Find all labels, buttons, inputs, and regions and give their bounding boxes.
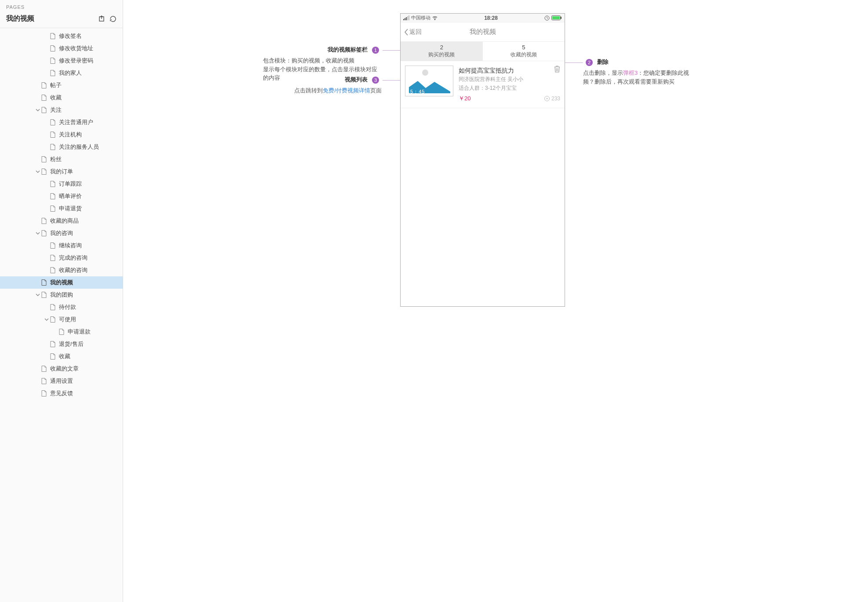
back-label: 返回 xyxy=(409,28,422,36)
tree-item-label: 通用设置 xyxy=(50,377,73,385)
tree-item[interactable]: 修改收货地址 xyxy=(0,42,123,55)
tree-item[interactable]: 退货/售后 xyxy=(0,338,123,350)
canvas: 我的视频标签栏 1 包含模块：购买的视频，收藏的视频 显示每个模块对应的数量，点… xyxy=(123,0,868,602)
annotation-3-desc-prefix: 点击跳转到 xyxy=(294,87,323,94)
tab-purchased-count: 2 xyxy=(440,44,443,51)
tree-item[interactable]: 关注机构 xyxy=(0,128,123,141)
statusbar-time: 18:28 xyxy=(484,15,498,21)
annotation-3-desc-suffix: 页面 xyxy=(370,87,382,94)
tree-item[interactable]: 申请退款 xyxy=(0,326,123,338)
tab-purchased[interactable]: 2 购买的视频 xyxy=(401,42,483,61)
annotation-marker-2: 2 xyxy=(586,59,593,66)
tree-item[interactable]: 待付款 xyxy=(0,301,123,313)
tree-item[interactable]: 我的订单 xyxy=(0,165,123,178)
video-tabs: 2 购买的视频 5 收藏的视频 xyxy=(401,42,565,61)
tree-item[interactable]: 关注普通用户 xyxy=(0,116,123,128)
tree-item-label: 粉丝 xyxy=(50,155,62,163)
tree-item[interactable]: 订单跟踪 xyxy=(0,178,123,190)
tree-item-label: 关注机构 xyxy=(59,131,82,139)
tree-item[interactable]: 帖子 xyxy=(0,79,123,92)
sidebar-title: 我的视频 xyxy=(6,14,34,23)
tree-item-label: 收藏的咨询 xyxy=(59,266,88,274)
annotation-3-desc-link[interactable]: 免费/付费视频详情 xyxy=(323,87,370,94)
tree-item[interactable]: 我的团购 xyxy=(0,289,123,301)
tree-item[interactable]: 我的家人 xyxy=(0,67,123,79)
tree-item-label: 修改登录密码 xyxy=(59,57,93,65)
back-button[interactable]: 返回 xyxy=(404,28,422,36)
tree-item-label: 意见反馈 xyxy=(50,389,73,397)
tree-item-label: 我的家人 xyxy=(59,69,82,77)
tree-item[interactable]: 我的视频 xyxy=(0,276,123,289)
tree-item[interactable]: 我的咨询 xyxy=(0,227,123,239)
video-item[interactable]: 15：45 如何提高宝宝抵抗力 同济医院营养科主任 吴小小 适合人群：3-12个… xyxy=(401,61,565,108)
tree-item[interactable]: 收藏的商品 xyxy=(0,215,123,227)
tree-item[interactable]: 申请退货 xyxy=(0,202,123,215)
trash-icon[interactable] xyxy=(554,66,560,73)
annotation-1-desc-1: 包含模块：购买的视频，收藏的视频 xyxy=(263,56,382,65)
play-count-icon xyxy=(544,96,550,101)
tree-item-label: 完成的咨询 xyxy=(59,254,88,262)
svg-rect-3 xyxy=(561,17,562,19)
tree-item-label: 收藏的商品 xyxy=(50,217,79,225)
tree-item[interactable]: 继续咨询 xyxy=(0,239,123,252)
tree-item-label: 申请退货 xyxy=(59,205,82,213)
tab-favorited[interactable]: 5 收藏的视频 xyxy=(483,42,565,61)
tree-item[interactable]: 修改登录密码 xyxy=(0,55,123,67)
tree-item[interactable]: 收藏 xyxy=(0,350,123,363)
wifi-icon xyxy=(432,16,438,20)
sidebar-section-label: PAGES xyxy=(6,4,117,10)
chevron-left-icon xyxy=(404,29,408,36)
tree-item[interactable]: 可使用 xyxy=(0,313,123,326)
tree-item-label: 我的咨询 xyxy=(50,229,73,237)
battery-icon xyxy=(551,15,562,20)
annotation-3: 视频列表 3 点击跳转到免费/付费视频详情页面 xyxy=(272,76,382,95)
tree-item[interactable]: 关注的服务人员 xyxy=(0,141,123,153)
tree-item[interactable]: 通用设置 xyxy=(0,375,123,387)
tree-item-label: 我的团购 xyxy=(50,291,73,299)
annotation-2-title: 删除 xyxy=(597,58,609,66)
navbar-title: 我的视频 xyxy=(401,28,565,36)
alarm-icon xyxy=(544,15,550,21)
video-audience: 适合人群：3-12个月宝宝 xyxy=(459,84,560,92)
status-bar: 中国移动 18:28 xyxy=(401,14,565,22)
tree-item-label: 收藏 xyxy=(50,94,62,102)
tree-item-label: 可使用 xyxy=(59,316,76,323)
tree-item-label: 帖子 xyxy=(50,81,62,89)
annotation-line-3 xyxy=(383,80,400,81)
refresh-icon[interactable] xyxy=(109,15,117,22)
annotation-2-desc-link[interactable]: 弹框3 xyxy=(623,70,638,76)
tree-item[interactable]: 收藏的文章 xyxy=(0,363,123,375)
tree-item[interactable]: 修改签名 xyxy=(0,30,123,42)
tree-item-label: 我的视频 xyxy=(50,279,73,286)
tree-item-label: 晒单评价 xyxy=(59,192,82,200)
tree-item[interactable]: 关注 xyxy=(0,104,123,116)
video-plays-value: 233 xyxy=(551,95,560,103)
annotation-line-1 xyxy=(383,50,400,51)
tree-item-label: 订单跟踪 xyxy=(59,180,82,188)
tree-item-label: 关注的服务人员 xyxy=(59,143,99,151)
tab-purchased-label: 购买的视频 xyxy=(428,51,455,59)
tree-item[interactable]: 收藏的咨询 xyxy=(0,264,123,276)
tab-favorited-label: 收藏的视频 xyxy=(511,51,537,59)
tree-item-label: 我的订单 xyxy=(50,168,73,176)
tree-item[interactable]: 晒单评价 xyxy=(0,190,123,202)
page-tree[interactable]: 修改签名修改收货地址修改登录密码我的家人帖子收藏关注关注普通用户关注机构关注的服… xyxy=(0,28,123,602)
tree-item[interactable]: 完成的咨询 xyxy=(0,252,123,264)
tree-item-label: 收藏 xyxy=(59,352,70,360)
tree-item[interactable]: 意见反馈 xyxy=(0,387,123,400)
tree-item[interactable]: 收藏 xyxy=(0,92,123,104)
signal-icon xyxy=(403,16,409,20)
video-author: 同济医院营养科主任 吴小小 xyxy=(459,75,560,84)
phone-mockup: 中国移动 18:28 返回 我的视频 2 xyxy=(400,13,565,307)
annotation-line-2 xyxy=(563,62,583,63)
navbar: 返回 我的视频 xyxy=(401,22,565,42)
video-title: 如何提高宝宝抵抗力 xyxy=(459,66,560,75)
svg-rect-2 xyxy=(552,16,560,19)
annotation-2: 2 删除 点击删除，显示弹框3：您确定要删除此视频？删除后，再次观看需要重新购买 xyxy=(583,58,697,86)
tab-favorited-count: 5 xyxy=(522,44,525,51)
video-plays: 233 xyxy=(544,95,560,103)
tree-item[interactable]: 粉丝 xyxy=(0,153,123,165)
tree-item-label: 申请退款 xyxy=(68,328,91,336)
tree-item-label: 修改签名 xyxy=(59,32,82,40)
export-icon[interactable] xyxy=(98,15,105,22)
